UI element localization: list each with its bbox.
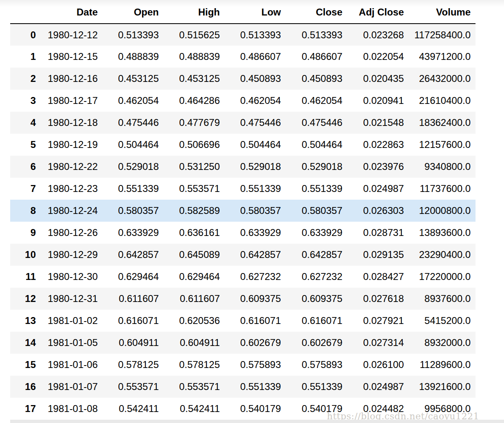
table-row: 81980-12-240.5803570.5825890.5803570.580… bbox=[10, 200, 476, 222]
table-cell: 0.024987 bbox=[347, 376, 409, 398]
table-cell: 0.026100 bbox=[347, 354, 409, 376]
table-cell: 0.604911 bbox=[164, 332, 225, 354]
table-cell: 1980-12-31 bbox=[41, 288, 103, 310]
table-cell: 0.542411 bbox=[164, 398, 225, 420]
row-index: 14 bbox=[10, 332, 41, 354]
table-cell: 0.636161 bbox=[164, 222, 225, 244]
table-cell: 0.633929 bbox=[286, 222, 347, 244]
table-cell: 0.580357 bbox=[225, 200, 286, 222]
table-cell: 9340800.0 bbox=[409, 156, 476, 178]
table-row: 161981-01-070.5535710.5535710.5513390.55… bbox=[10, 376, 476, 398]
table-body: 01980-12-120.5133930.5156250.5133930.513… bbox=[10, 24, 476, 420]
table-cell: 1981-01-05 bbox=[41, 332, 103, 354]
table-cell: 0.580357 bbox=[103, 200, 164, 222]
table-cell: 0.024987 bbox=[347, 178, 409, 200]
table-cell: 0.453125 bbox=[164, 68, 225, 90]
table-cell: 0.551339 bbox=[286, 178, 347, 200]
table-cell: 0.026303 bbox=[347, 200, 409, 222]
table-cell: 0.475446 bbox=[286, 112, 347, 134]
column-header-close: Close bbox=[286, 0, 347, 24]
table-cell: 0.553571 bbox=[164, 178, 225, 200]
table-cell: 0.028731 bbox=[347, 222, 409, 244]
table-cell: 0.023976 bbox=[347, 156, 409, 178]
table-cell: 0.627232 bbox=[286, 266, 347, 288]
table-row: 91980-12-260.6339290.6361610.6339290.633… bbox=[10, 222, 476, 244]
table-cell: 1981-01-06 bbox=[41, 354, 103, 376]
row-index: 3 bbox=[10, 90, 41, 112]
row-index: 8 bbox=[10, 200, 41, 222]
table-cell: 1981-01-07 bbox=[41, 376, 103, 398]
table-cell: 43971200.0 bbox=[409, 46, 476, 68]
table-cell: 0.578125 bbox=[103, 354, 164, 376]
table-cell: 1980-12-30 bbox=[41, 266, 103, 288]
column-header-high: High bbox=[164, 0, 225, 24]
table-cell: 0.464286 bbox=[164, 90, 225, 112]
table-cell: 0.506696 bbox=[164, 134, 225, 156]
table-cell: 1980-12-17 bbox=[41, 90, 103, 112]
row-index: 4 bbox=[10, 112, 41, 134]
table-cell: 11289600.0 bbox=[409, 354, 476, 376]
table-cell: 0.642857 bbox=[103, 244, 164, 266]
table-cell: 1980-12-29 bbox=[41, 244, 103, 266]
row-index: 10 bbox=[10, 244, 41, 266]
column-header-volume: Volume bbox=[409, 0, 476, 24]
column-header-date: Date bbox=[41, 0, 103, 24]
horizontal-scrollbar[interactable] bbox=[10, 420, 504, 423]
table-cell: 0.633929 bbox=[225, 222, 286, 244]
table-cell: 0.616071 bbox=[225, 310, 286, 332]
table-cell: 0.513393 bbox=[286, 24, 347, 46]
index-column-header bbox=[10, 0, 41, 24]
table-cell: 0.477679 bbox=[164, 112, 225, 134]
table-row: 71980-12-230.5513390.5535710.5513390.551… bbox=[10, 178, 476, 200]
row-index: 2 bbox=[10, 68, 41, 90]
table-cell: 1980-12-18 bbox=[41, 112, 103, 134]
table-row: 131981-01-020.6160710.6205360.6160710.61… bbox=[10, 310, 476, 332]
table-cell: 0.551339 bbox=[225, 178, 286, 200]
table-cell: 1980-12-16 bbox=[41, 68, 103, 90]
table-cell: 1981-01-08 bbox=[41, 398, 103, 420]
table-cell: 0.645089 bbox=[164, 244, 225, 266]
row-index: 6 bbox=[10, 156, 41, 178]
table-cell: 0.022863 bbox=[347, 134, 409, 156]
table-row: 41980-12-180.4754460.4776790.4754460.475… bbox=[10, 112, 476, 134]
row-index: 9 bbox=[10, 222, 41, 244]
table-cell: 0.027921 bbox=[347, 310, 409, 332]
table-cell: 0.486607 bbox=[225, 46, 286, 68]
table-cell: 0.027314 bbox=[347, 332, 409, 354]
table-cell: 1980-12-23 bbox=[41, 178, 103, 200]
table-row: 101980-12-290.6428570.6450890.6428570.64… bbox=[10, 244, 476, 266]
table-row: 61980-12-220.5290180.5312500.5290180.529… bbox=[10, 156, 476, 178]
table-cell: 5415200.0 bbox=[409, 310, 476, 332]
table-cell: 11737600.0 bbox=[409, 178, 476, 200]
table-cell: 0.475446 bbox=[103, 112, 164, 134]
table-cell: 0.580357 bbox=[286, 200, 347, 222]
table-cell: 1980-12-19 bbox=[41, 134, 103, 156]
table-row: 171981-01-080.5424110.5424110.5401790.54… bbox=[10, 398, 476, 420]
table-cell: 0.022054 bbox=[347, 46, 409, 68]
table-cell: 0.020435 bbox=[347, 68, 409, 90]
table-cell: 8932000.0 bbox=[409, 332, 476, 354]
table-cell: 0.462054 bbox=[225, 90, 286, 112]
table-cell: 21610400.0 bbox=[409, 90, 476, 112]
table-cell: 0.551339 bbox=[103, 178, 164, 200]
row-index: 1 bbox=[10, 46, 41, 68]
table-cell: 13921600.0 bbox=[409, 376, 476, 398]
table-cell: 0.540179 bbox=[286, 398, 347, 420]
table-cell: 12157600.0 bbox=[409, 134, 476, 156]
table-cell: 0.616071 bbox=[286, 310, 347, 332]
table-cell: 0.462054 bbox=[103, 90, 164, 112]
dataframe-output: Date Open High Low Close Adj Close Volum… bbox=[10, 0, 476, 420]
table-row: 121980-12-310.6116070.6116070.6093750.60… bbox=[10, 288, 476, 310]
table-cell: 0.627232 bbox=[225, 266, 286, 288]
table-cell: 0.611607 bbox=[164, 288, 225, 310]
table-cell: 9956800.0 bbox=[409, 398, 476, 420]
row-index: 11 bbox=[10, 266, 41, 288]
row-index: 17 bbox=[10, 398, 41, 420]
table-cell: 0.629464 bbox=[103, 266, 164, 288]
table-cell: 1980-12-15 bbox=[41, 46, 103, 68]
table-cell: 13893600.0 bbox=[409, 222, 476, 244]
table-cell: 0.551339 bbox=[286, 376, 347, 398]
table-cell: 0.531250 bbox=[164, 156, 225, 178]
table-cell: 17220000.0 bbox=[409, 266, 476, 288]
table-cell: 1980-12-26 bbox=[41, 222, 103, 244]
